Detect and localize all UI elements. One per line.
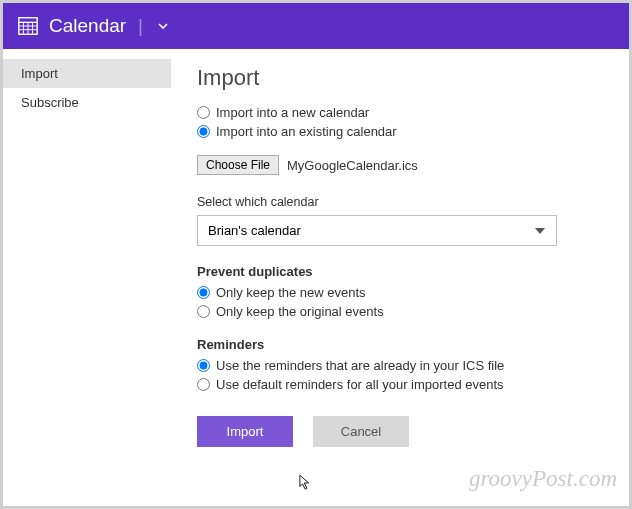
radio-reminders-ics-label: Use the reminders that are already in yo… bbox=[216, 358, 504, 373]
sidebar: Import Subscribe bbox=[3, 49, 171, 506]
sidebar-item-import[interactable]: Import bbox=[3, 59, 171, 88]
radio-keep-original[interactable]: Only keep the original events bbox=[197, 304, 599, 319]
radio-import-new-label: Import into a new calendar bbox=[216, 105, 369, 120]
choose-file-button[interactable]: Choose File bbox=[197, 155, 279, 175]
reminders-heading: Reminders bbox=[197, 337, 599, 352]
radio-keep-original-label: Only keep the original events bbox=[216, 304, 384, 319]
app-window: Calendar | Import Subscribe Import Impor… bbox=[0, 0, 632, 509]
radio-reminders-ics-input[interactable] bbox=[197, 359, 210, 372]
app-title: Calendar bbox=[49, 15, 126, 37]
cancel-button[interactable]: Cancel bbox=[313, 416, 409, 447]
chosen-filename: MyGoogleCalendar.ics bbox=[287, 158, 418, 173]
radio-keep-new[interactable]: Only keep the new events bbox=[197, 285, 599, 300]
calendar-icon bbox=[17, 15, 39, 37]
main-panel: Import Import into a new calendar Import… bbox=[171, 49, 629, 506]
radio-reminders-default-label: Use default reminders for all your impor… bbox=[216, 377, 504, 392]
radio-keep-original-input[interactable] bbox=[197, 305, 210, 318]
page-title: Import bbox=[197, 65, 599, 91]
radio-reminders-default-input[interactable] bbox=[197, 378, 210, 391]
header-divider: | bbox=[138, 15, 143, 37]
import-button[interactable]: Import bbox=[197, 416, 293, 447]
file-chooser: Choose File MyGoogleCalendar.ics bbox=[197, 155, 599, 175]
radio-reminders-ics[interactable]: Use the reminders that are already in yo… bbox=[197, 358, 599, 373]
button-row: Import Cancel bbox=[197, 416, 599, 447]
radio-reminders-default[interactable]: Use default reminders for all your impor… bbox=[197, 377, 599, 392]
radio-import-new-input[interactable] bbox=[197, 106, 210, 119]
app-header: Calendar | bbox=[3, 3, 629, 49]
radio-import-new[interactable]: Import into a new calendar bbox=[197, 105, 599, 120]
radio-import-existing-label: Import into an existing calendar bbox=[216, 124, 397, 139]
calendar-select[interactable]: Brian's calendar bbox=[197, 215, 557, 246]
sidebar-item-subscribe[interactable]: Subscribe bbox=[3, 88, 171, 117]
calendar-select-wrap: Brian's calendar bbox=[197, 215, 557, 246]
duplicates-heading: Prevent duplicates bbox=[197, 264, 599, 279]
radio-keep-new-label: Only keep the new events bbox=[216, 285, 366, 300]
radio-import-existing-input[interactable] bbox=[197, 125, 210, 138]
app-body: Import Subscribe Import Import into a ne… bbox=[3, 49, 629, 506]
radio-import-existing[interactable]: Import into an existing calendar bbox=[197, 124, 599, 139]
chevron-down-icon[interactable] bbox=[155, 18, 171, 34]
radio-keep-new-input[interactable] bbox=[197, 286, 210, 299]
select-calendar-label: Select which calendar bbox=[197, 195, 599, 209]
